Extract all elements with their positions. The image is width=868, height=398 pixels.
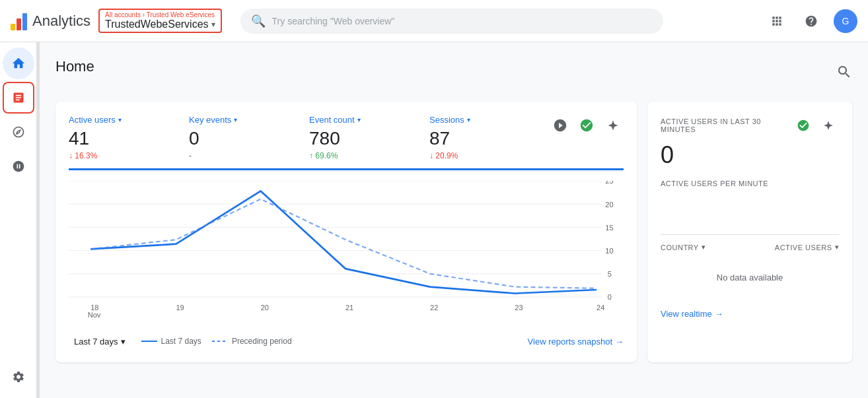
svg-text:22: 22 <box>430 303 438 311</box>
page-title: Home <box>55 58 94 75</box>
expand-icon[interactable] <box>836 64 852 83</box>
realtime-card-footer: View realtime → <box>661 309 839 319</box>
realtime-value: 0 <box>661 141 839 169</box>
user-avatar[interactable]: G <box>834 9 857 33</box>
property-name[interactable]: TrustedWebeServices ▾ <box>105 18 215 30</box>
metric-active-users-change: ↓ 16.3% <box>69 151 178 160</box>
metric-sessions-label[interactable]: Sessions ▾ <box>429 115 539 125</box>
metric-sessions-value: 87 <box>429 127 539 150</box>
sidebar-item-admin[interactable] <box>3 361 34 393</box>
chart-legend: Last 7 days Preceding period <box>141 337 292 346</box>
metric-active-users-value: 41 <box>69 127 178 150</box>
country-column-header[interactable]: COUNTRY ▾ <box>661 243 705 251</box>
svg-text:5: 5 <box>608 270 612 278</box>
metrics-row: Active users ▾ 41 ↓ 16.3% Key events ▾ 0 <box>69 115 624 170</box>
view-realtime-link[interactable]: View realtime → <box>661 309 839 319</box>
active-users-column-header[interactable]: ACTIVE USERS ▾ <box>775 243 839 251</box>
svg-text:25: 25 <box>605 181 613 185</box>
metric-active-users-label[interactable]: Active users ▾ <box>69 115 178 125</box>
property-selector[interactable]: All accounts › Trusted Web eServices Tru… <box>98 9 222 33</box>
card-actions <box>550 115 624 136</box>
metric-key-events-change: - <box>189 151 299 160</box>
dashboard-grid: Active users ▾ 41 ↓ 16.3% Key events ▾ 0 <box>55 102 852 362</box>
property-breadcrumb: All accounts › Trusted Web eServices <box>105 11 215 18</box>
sparkle-icon[interactable] <box>602 115 624 136</box>
svg-text:0: 0 <box>608 293 612 301</box>
svg-text:10: 10 <box>605 247 613 255</box>
logo-icon <box>11 12 27 30</box>
help-button[interactable] <box>799 9 823 33</box>
view-reports-link[interactable]: View reports snapshot → <box>528 337 624 347</box>
metric-event-count-label[interactable]: Event count ▾ <box>309 115 419 125</box>
metric-event-count: Event count ▾ 780 ↑ 69.6% <box>309 115 429 160</box>
legend-dashed-line <box>212 341 228 342</box>
logo-bar-1 <box>11 24 15 30</box>
svg-text:20: 20 <box>605 200 613 208</box>
metric-sessions-change: ↓ 20.9% <box>429 151 539 160</box>
legend-solid-line <box>141 341 157 342</box>
realtime-card-header: ACTIVE USERS IN LAST 30 MINUTES <box>661 115 839 136</box>
app-title: Analytics <box>32 13 90 30</box>
sidebar-item-explore[interactable] <box>3 116 34 148</box>
metric-sessions-dropdown: ▾ <box>467 116 470 123</box>
date-range-dropdown-arrow: ▾ <box>121 337 126 347</box>
chart-svg: 0 5 10 15 20 25 18 Nov 19 20 21 22 23 <box>69 181 624 326</box>
sidebar <box>0 42 37 398</box>
side-table-header: COUNTRY ▾ ACTIVE USERS ▾ <box>661 243 839 251</box>
verified-icon[interactable] <box>576 115 597 136</box>
no-data-message: No data available <box>661 257 839 298</box>
metric-key-events: Key events ▾ 0 - <box>189 115 309 160</box>
realtime-subtitle: ACTIVE USERS PER MINUTE <box>661 180 839 187</box>
logo-bar-3 <box>22 13 27 30</box>
metric-dropdown-arrow: ▾ <box>118 116 122 123</box>
chart-footer: Last 7 days ▾ Last 7 days Preceding peri… <box>69 334 624 349</box>
metric-event-count-dropdown: ▾ <box>357 116 361 123</box>
header-actions: G <box>765 9 857 33</box>
realtime-card: ACTIVE USERS IN LAST 30 MINUTES <box>647 102 852 362</box>
main-content: Home Active users ▾ 41 <box>40 42 868 398</box>
metric-key-events-dropdown: ▾ <box>234 116 237 123</box>
search-bar[interactable]: 🔍 Try searching "Web overview" <box>240 9 663 34</box>
realtime-sparkle-icon[interactable] <box>818 115 839 136</box>
main-analytics-card: Active users ▾ 41 ↓ 16.3% Key events ▾ 0 <box>55 102 637 362</box>
customize-icon[interactable] <box>550 115 571 136</box>
sidebar-item-reports[interactable] <box>3 82 34 114</box>
sidebar-item-home[interactable] <box>3 48 34 79</box>
metric-key-events-label[interactable]: Key events ▾ <box>189 115 299 125</box>
metric-key-events-value: 0 <box>189 127 299 150</box>
search-icon: 🔍 <box>251 14 266 28</box>
svg-text:23: 23 <box>515 303 523 311</box>
metric-active-users: Active users ▾ 41 ↓ 16.3% <box>69 115 189 160</box>
realtime-verified-icon[interactable] <box>793 115 814 136</box>
metric-sessions: Sessions ▾ 87 ↓ 20.9% <box>429 115 550 160</box>
apps-button[interactable] <box>765 9 789 33</box>
date-range-selector[interactable]: Last 7 days ▾ <box>69 334 131 349</box>
realtime-card-title: ACTIVE USERS IN LAST 30 MINUTES <box>661 117 793 133</box>
legend-preceding-period: Preceding period <box>212 337 292 346</box>
metric-event-count-value: 780 <box>309 127 419 150</box>
line-chart: 0 5 10 15 20 25 18 Nov 19 20 21 22 23 <box>69 181 624 326</box>
app-body: Home Active users ▾ 41 <box>0 42 868 398</box>
svg-text:Nov: Nov <box>88 310 101 318</box>
per-minute-chart <box>661 195 839 235</box>
app-header: Analytics All accounts › Trusted Web eSe… <box>0 0 868 42</box>
metric-event-count-change: ↑ 69.6% <box>309 151 419 160</box>
svg-text:24: 24 <box>597 303 604 311</box>
sidebar-item-advertising[interactable] <box>3 150 34 182</box>
property-dropdown-arrow: ▾ <box>211 20 215 29</box>
svg-text:15: 15 <box>605 223 613 231</box>
svg-text:19: 19 <box>176 303 184 311</box>
app-logo: Analytics <box>11 12 90 30</box>
search-placeholder: Try searching "Web overview" <box>272 16 395 26</box>
logo-bar-2 <box>17 18 21 30</box>
legend-last-7-days: Last 7 days <box>141 337 201 346</box>
svg-text:21: 21 <box>345 303 353 311</box>
svg-text:20: 20 <box>261 303 269 311</box>
